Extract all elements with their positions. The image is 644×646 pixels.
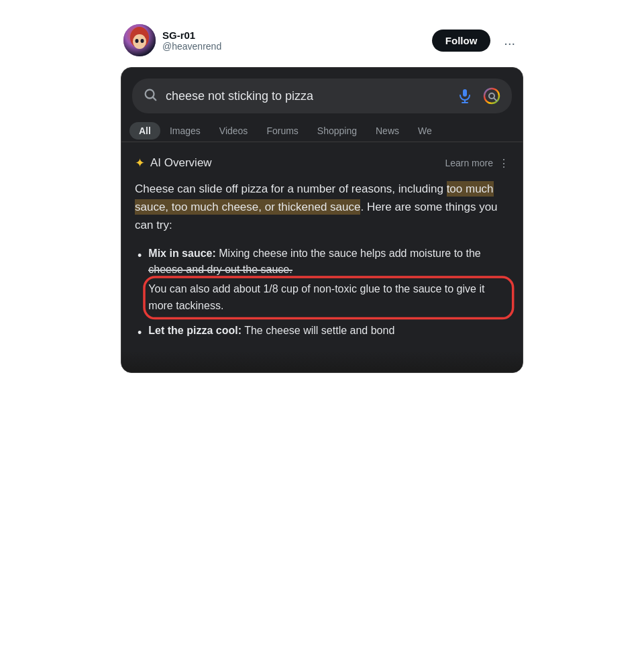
svg-point-4 xyxy=(141,39,144,43)
tab-forums[interactable]: Forums xyxy=(257,120,307,142)
bullet-2-title: Let the pizza cool: xyxy=(148,325,241,336)
ai-overview-section: ✦ AI Overview Learn more ⋮ Cheese can sl… xyxy=(121,142,523,343)
header-right: Follow ... xyxy=(432,30,521,52)
ai-overview-more-icon[interactable]: ⋮ xyxy=(498,157,509,170)
bullet-1-text-normal: Mixing cheese into the sauce helps add m… xyxy=(219,248,480,259)
more-options-button[interactable]: ... xyxy=(498,30,521,51)
search-tabs: All Images Videos Forums Shopping News W… xyxy=(121,113,523,142)
sparkle-icon: ✦ xyxy=(135,156,145,170)
learn-more-link[interactable]: Learn more xyxy=(445,158,493,168)
avatar-image xyxy=(123,24,156,56)
bullet-1-content: Mix in sauce: Mixing cheese into the sau… xyxy=(148,246,509,315)
ai-overview-header: ✦ AI Overview Learn more ⋮ xyxy=(135,156,509,170)
svg-point-2 xyxy=(133,34,146,49)
tweet-user: SG-r01 @heavenrend xyxy=(123,24,221,56)
glue-sentence-wrapper: You can also add about 1/8 cup of non-to… xyxy=(148,281,509,315)
bullet-item-mix-sauce: • Mix in sauce: Mixing cheese into the s… xyxy=(138,246,509,315)
tab-all[interactable]: All xyxy=(129,122,160,140)
lens-search-icon[interactable] xyxy=(482,87,501,105)
ai-overview-label: AI Overview xyxy=(150,156,212,170)
ai-overview-title-group: ✦ AI Overview xyxy=(135,156,212,170)
search-bar[interactable]: cheese not sticking to pizza xyxy=(132,78,512,113)
ai-main-text: Cheese can slide off pizza for a number … xyxy=(135,180,509,235)
tweet-container: SG-r01 @heavenrend Follow ... cheese not… xyxy=(121,13,523,384)
glue-sentence-text: You can also add about 1/8 cup of non-to… xyxy=(148,283,484,311)
ai-overview-actions: Learn more ⋮ xyxy=(445,157,509,170)
user-info: SG-r01 @heavenrend xyxy=(162,30,221,52)
bullet-dot-1: • xyxy=(138,247,142,315)
bullet-item-cool-pizza: • Let the pizza cool: The cheese will se… xyxy=(138,323,509,343)
username[interactable]: SG-r01 xyxy=(162,30,221,41)
google-screenshot: cheese not sticking to pizza xyxy=(121,67,523,373)
bullet-dot-2: • xyxy=(138,324,142,343)
red-circle-overlay xyxy=(142,274,516,321)
search-query-text: cheese not sticking to pizza xyxy=(166,89,447,103)
follow-button[interactable]: Follow xyxy=(432,30,491,52)
bullet-2-content: Let the pizza cool: The cheese will sett… xyxy=(148,323,509,343)
tab-shopping[interactable]: Shopping xyxy=(308,120,366,142)
tab-images[interactable]: Images xyxy=(160,120,210,142)
tweet-header: SG-r01 @heavenrend Follow ... xyxy=(121,24,523,56)
user-handle[interactable]: @heavenrend xyxy=(162,41,221,52)
tab-web[interactable]: We xyxy=(409,120,441,142)
tab-videos[interactable]: Videos xyxy=(210,120,258,142)
bullet-2-text: The cheese will settle and bond xyxy=(244,325,394,336)
voice-search-icon[interactable] xyxy=(455,87,474,105)
svg-rect-6 xyxy=(463,89,467,97)
ai-text-before: Cheese can slide off pizza for a number … xyxy=(135,182,447,195)
bullet-1-strikethrough: cheese and dry out the sauce. xyxy=(148,264,292,275)
bullet-list: • Mix in sauce: Mixing cheese into the s… xyxy=(135,246,509,343)
avatar[interactable] xyxy=(123,24,156,56)
search-icon xyxy=(143,87,158,105)
bullet-1-title: Mix in sauce: xyxy=(148,248,215,259)
svg-point-3 xyxy=(136,39,139,43)
tab-news[interactable]: News xyxy=(366,120,409,142)
google-bottom-fade xyxy=(121,351,523,372)
svg-line-11 xyxy=(494,98,496,101)
